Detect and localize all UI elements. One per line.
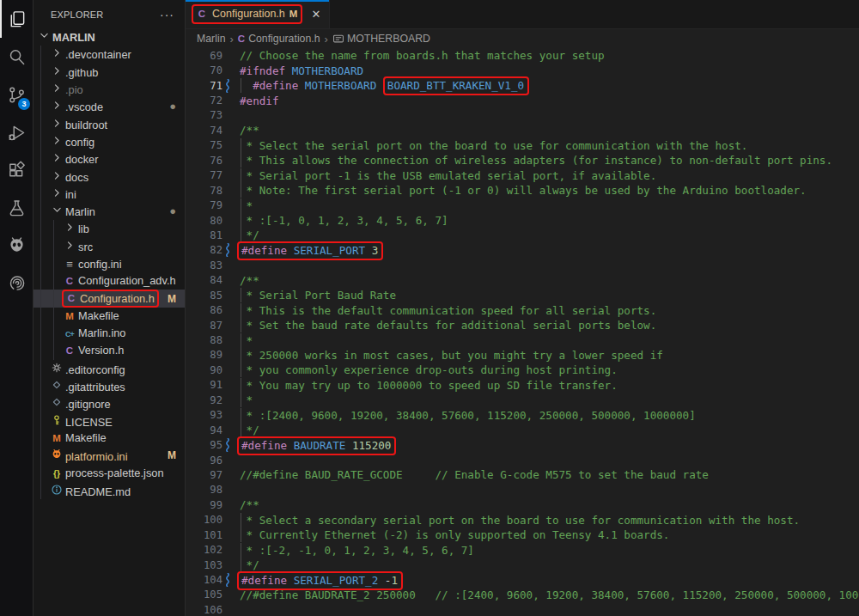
symbol-field-icon [332, 33, 344, 45]
tree-item-marlin[interactable]: MARLIN [34, 28, 185, 46]
close-icon[interactable]: ✕ [309, 8, 322, 21]
info-file-icon [50, 483, 64, 497]
code-line-103[interactable]: 103 */ [186, 558, 859, 572]
code-text: * Note: The first serial port (-1 or 0) … [233, 184, 859, 197]
code-line-106[interactable]: 106 [186, 602, 859, 616]
tree-item-buildroot[interactable]: buildroot [34, 115, 185, 132]
tree-item-makefile[interactable]: MMakefile [34, 430, 185, 447]
line-number: 92 [186, 394, 222, 406]
tree-item-configuration-h[interactable]: CConfiguration.hM [34, 290, 185, 307]
code-line-97[interactable]: 97//#define BAUD_RATE_GCODE // Enable G-… [186, 467, 859, 482]
breadcrumb: Marlin › C Configuration.h › MOTHERBOARD [186, 29, 859, 48]
tree-item-label: lib [78, 223, 89, 235]
line-number: 86 [186, 304, 222, 316]
tree-item-configuration-adv-h[interactable]: CConfiguration_adv.h [34, 272, 185, 290]
breadcrumb-item-configuration-h[interactable]: C Configuration.h [238, 33, 320, 45]
breadcrumb-item-motherboard[interactable]: MOTHERBOARD [332, 33, 430, 45]
tree-item-docker[interactable]: docker [34, 150, 185, 168]
code-line-102[interactable]: 102 * :[-2, -1, 0, 1, 2, 3, 4, 5, 6, 7] [186, 542, 859, 557]
tree-item-config[interactable]: config [34, 133, 185, 150]
tree-item-platformio-ini[interactable]: platformio.iniM [34, 447, 185, 464]
code-line-90[interactable]: 90 * you commonly experience drop-outs d… [186, 363, 859, 377]
tab-configuration-h[interactable]: C Configuration.h M ✕ [186, 0, 330, 28]
tree-item-vscode[interactable]: .vscode● [34, 98, 185, 115]
tree-item-readme-md[interactable]: README.md [34, 482, 185, 499]
diamond-file-icon [50, 395, 64, 409]
tree-item-ini[interactable]: ini [34, 186, 185, 203]
code-line-82[interactable]: 82#define SERIAL_PORT 3 [186, 243, 859, 258]
activity-explorer-icon[interactable] [0, 0, 33, 38]
code-line-98[interactable]: 98 [186, 483, 859, 497]
code-line-77[interactable]: 77 * Serial port -1 is the USB emulated … [186, 168, 859, 183]
code-line-88[interactable]: 88 * [186, 332, 859, 347]
code-line-105[interactable]: 105//#define BAUDRATE_2 250000 // :[2400… [186, 588, 859, 602]
code-line-71[interactable]: 71 #define MOTHERBOARD BOARD_BTT_KRAKEN_… [186, 78, 859, 93]
tree-item-pio[interactable]: .pio [34, 81, 185, 98]
file-tree: MARLIN.devcontainer.github.pio.vscode●bu… [34, 28, 185, 499]
c-file-icon: C [195, 7, 209, 21]
code-line-91[interactable]: 91 * You may try up to 1000000 to speed … [186, 378, 859, 393]
code-line-79[interactable]: 79 * [186, 198, 859, 212]
code-line-99[interactable]: 99/** [186, 497, 859, 512]
tree-item-lib[interactable]: lib [34, 220, 185, 237]
activity-search-icon[interactable] [0, 38, 33, 76]
code-line-76[interactable]: 76 * This allows the connection of wirel… [186, 153, 859, 168]
code-editor[interactable]: 69// Choose the name from boards.h that … [186, 48, 859, 616]
code-text: * :[-2, -1, 0, 1, 2, 3, 4, 5, 6, 7] [233, 544, 859, 557]
code-line-80[interactable]: 80 * :[-1, 0, 1, 2, 3, 4, 5, 6, 7] [186, 213, 859, 228]
code-text: #define SERIAL_PORT_2 -1 [233, 574, 859, 587]
activity-espressif-icon[interactable] [0, 265, 33, 302]
chevron-down-icon [50, 204, 64, 216]
code-line-104[interactable]: 104#define SERIAL_PORT_2 -1 [186, 572, 859, 587]
code-line-89[interactable]: 89 * 250000 works in most cases, but you… [186, 348, 859, 363]
tree-item-github[interactable]: .github [34, 64, 185, 81]
code-line-84[interactable]: 84/** [186, 273, 859, 288]
line-number: 72 [186, 95, 222, 107]
tree-item-docs[interactable]: docs [34, 168, 185, 185]
tree-item-license[interactable]: LICENSE [34, 412, 185, 430]
code-line-69[interactable]: 69// Choose the name from boards.h that … [186, 48, 859, 63]
code-line-93[interactable]: 93 * :[2400, 9600, 19200, 38400, 57600, … [186, 408, 859, 423]
tree-item-version-h[interactable]: CVersion.h [34, 342, 185, 359]
code-text: /** [233, 124, 859, 137]
code-text: //#define BAUD_RATE_GCODE // Enable G-co… [233, 468, 859, 481]
tree-item-label: src [78, 241, 93, 253]
activity-platformio-icon[interactable] [0, 227, 33, 265]
code-line-73[interactable]: 73 [186, 108, 859, 123]
code-line-75[interactable]: 75 * Select the serial port on the board… [186, 138, 859, 153]
code-line-92[interactable]: 92 * [186, 393, 859, 407]
more-actions-icon[interactable]: ··· [158, 8, 176, 21]
tree-item-marlin-ino[interactable]: C+Marlin.ino [34, 325, 185, 342]
code-line-101[interactable]: 101 * Currently Ethernet (-2) is only su… [186, 528, 859, 542]
gear-file-icon [50, 361, 64, 375]
tree-item-gitignore[interactable]: .gitignore [34, 394, 185, 412]
tree-item-makefile[interactable]: MMakefile [34, 308, 185, 325]
code-line-87[interactable]: 87 * Set the baud rate defaults for addi… [186, 318, 859, 332]
tree-item-devcontainer[interactable]: .devcontainer [34, 46, 185, 63]
code-line-100[interactable]: 100 * Select a secondary serial port on … [186, 513, 859, 528]
code-line-74[interactable]: 74/** [186, 123, 859, 137]
code-line-95[interactable]: 95#define BAUDRATE 115200 [186, 437, 859, 452]
code-line-78[interactable]: 78 * Note: The first serial port (-1 or … [186, 183, 859, 198]
activity-source-control-icon[interactable]: 3 [0, 76, 33, 113]
tree-item-src[interactable]: src [34, 238, 185, 255]
tree-item-editorconfig[interactable]: .editorconfig [34, 360, 185, 377]
tree-item-gitattributes[interactable]: .gitattributes [34, 377, 185, 394]
activity-run-debug-icon[interactable] [0, 113, 33, 151]
tree-item-marlin[interactable]: Marlin● [34, 203, 185, 220]
tree-item-config-ini[interactable]: ≡config.ini [34, 255, 185, 272]
chevron-right-icon [50, 100, 64, 111]
code-line-72[interactable]: 72#endif [186, 93, 859, 107]
editor-group: C Configuration.h M ✕ Marlin › C Configu… [185, 0, 859, 616]
activity-testing-icon[interactable] [0, 189, 33, 227]
activity-extensions-icon[interactable] [0, 151, 33, 189]
chevron-right-icon [50, 118, 64, 129]
code-line-94[interactable]: 94 */ [186, 423, 859, 437]
code-line-86[interactable]: 86 * This is the default communication s… [186, 302, 859, 317]
tree-item-process-palette-json[interactable]: {}process-palette.json [34, 464, 185, 481]
chevron-right-icon [50, 65, 64, 76]
code-text: */ [233, 558, 859, 571]
breadcrumb-item-marlin[interactable]: Marlin [197, 33, 225, 45]
line-number: 88 [186, 334, 222, 346]
code-line-85[interactable]: 85 * Serial Port Baud Rate [186, 288, 859, 302]
